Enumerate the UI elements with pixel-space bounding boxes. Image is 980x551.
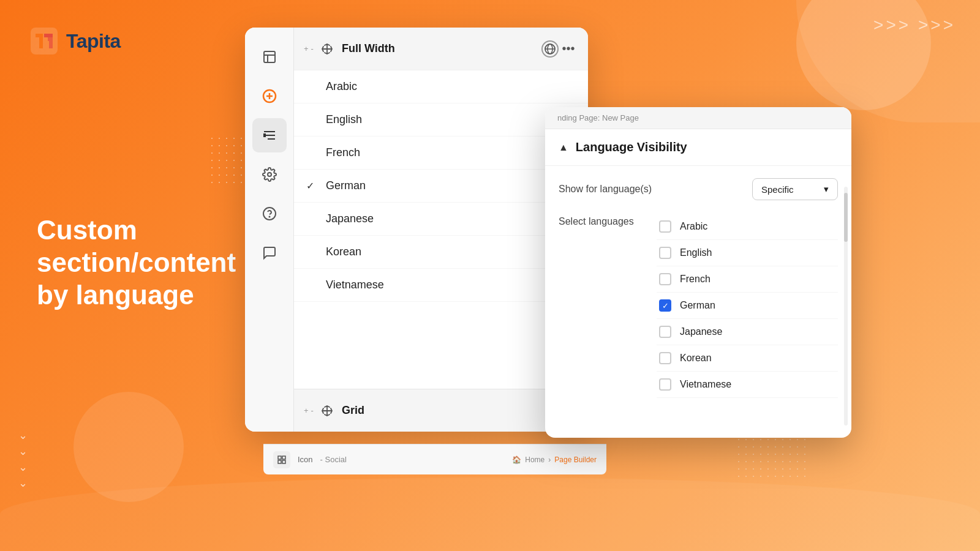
checkbox-label-french: French [680, 274, 710, 285]
checkbox-label-vietnamese: Vietnamese [680, 379, 731, 390]
checkbox-korean[interactable] [659, 352, 671, 364]
tagline-area: Custom section/content by language [37, 214, 257, 311]
svg-rect-20 [278, 456, 281, 459]
logo-icon [31, 28, 58, 54]
select-languages-row: Select languages Arabic English French [559, 214, 838, 398]
chevron-down-icon: ▾ [824, 184, 829, 195]
sidebar [245, 28, 294, 432]
toolbar-social-label: - Social [320, 455, 347, 464]
panel-header: ▲ Language Visibility [545, 129, 851, 166]
svg-rect-21 [282, 456, 285, 459]
logo-area: Tapita [31, 28, 121, 54]
move-icon-fullwidth[interactable] [318, 40, 336, 58]
checkbox-english[interactable] [659, 247, 671, 259]
breadcrumb-separator: › [548, 455, 551, 464]
bottom-toolbar: Icon - Social 🏠 Home › Page Builder [263, 444, 606, 474]
row-controls-fullwidth: + - [304, 44, 314, 53]
lang-item-japanese[interactable]: Japanese [294, 203, 588, 236]
home-crumb: Home [525, 455, 545, 464]
checkbox-label-english: English [680, 247, 712, 258]
checkbox-item-french[interactable]: French [657, 266, 838, 293]
tagline-text: Custom section/content by language [37, 214, 257, 311]
checkbox-item-korean[interactable]: Korean [657, 345, 838, 372]
select-languages-label: Select languages [559, 214, 644, 227]
specific-value: Specific [761, 184, 794, 195]
lang-name-vietnamese: Vietnamese [326, 279, 384, 291]
svg-rect-1 [264, 51, 275, 62]
lang-item-korean[interactable]: Korean [294, 236, 588, 269]
lang-name-korean: Korean [326, 246, 361, 258]
sidebar-item-settings[interactable] [252, 157, 287, 192]
bg-blob-bottom [74, 392, 184, 502]
lang-name-english: English [326, 113, 362, 126]
panel-breadcrumb: nding Page: New Page [545, 107, 851, 129]
lang-name-arabic: Arabic [326, 80, 357, 93]
globe-icon-fullwidth[interactable] [541, 40, 559, 58]
lang-visibility-panel: nding Page: New Page ▲ Language Visibili… [545, 107, 851, 438]
checkbox-german[interactable]: ✓ [659, 299, 671, 312]
checkbox-label-japanese: Japanese [680, 326, 722, 337]
dash-control-grid[interactable]: - [311, 406, 314, 415]
page-builder-crumb: Page Builder [554, 455, 597, 464]
move-icon-grid[interactable] [318, 402, 336, 419]
grid-title: Grid [342, 404, 561, 417]
checkbox-item-arabic[interactable]: Arabic [657, 214, 838, 240]
specific-select-dropdown[interactable]: Specific ▾ [752, 178, 838, 200]
sidebar-item-layout[interactable] [252, 40, 287, 74]
editor-panel: + - Full Width ••• [245, 28, 588, 432]
check-german: ✓ [306, 180, 318, 192]
collapse-button[interactable]: ▲ [559, 142, 568, 153]
checkbox-arabic[interactable] [659, 220, 671, 233]
checkbox-item-english[interactable]: English [657, 240, 838, 266]
lang-item-english[interactable]: English [294, 103, 588, 137]
full-width-section-row: + - Full Width ••• [294, 28, 588, 70]
scrollbar-thumb[interactable] [844, 193, 848, 242]
add-control[interactable]: + [304, 44, 309, 53]
home-icon: 🏠 [512, 455, 521, 464]
panel-title: Language Visibility [576, 140, 687, 154]
toolbar-icon-label: Icon [298, 455, 313, 464]
sidebar-item-add[interactable] [252, 79, 287, 113]
svg-rect-23 [282, 460, 285, 463]
logo-text: Tapita [66, 30, 121, 53]
grid-section-row: + - Grid [294, 389, 588, 432]
checkbox-french[interactable] [659, 273, 671, 285]
svg-point-11 [268, 173, 271, 176]
svg-rect-10 [264, 134, 265, 137]
svg-rect-0 [31, 28, 58, 54]
row-controls-grid: + - [304, 406, 314, 415]
scrollbar[interactable] [844, 187, 848, 425]
sidebar-item-hierarchy[interactable] [252, 118, 287, 152]
checkbox-label-german: German [680, 300, 715, 311]
full-width-title: Full Width [342, 42, 541, 55]
show-for-label: Show for language(s) [559, 184, 652, 195]
lang-name-german: German [326, 179, 366, 192]
lang-item-vietnamese[interactable]: Vietnamese [294, 269, 588, 302]
checkbox-item-german[interactable]: ✓ German [657, 293, 838, 319]
checkbox-label-arabic: Arabic [680, 221, 707, 232]
toolbar-breadcrumb: 🏠 Home › Page Builder [512, 455, 597, 464]
lang-item-arabic[interactable]: Arabic [294, 70, 588, 103]
checkbox-item-vietnamese[interactable]: Vietnamese [657, 372, 838, 398]
bg-arrows-decoration: >>> >>> [873, 15, 956, 35]
language-list: Arabic English French ✓ German Japanese [294, 70, 588, 389]
checkbox-vietnamese[interactable] [659, 378, 671, 391]
add-control-grid[interactable]: + [304, 406, 309, 415]
panel-body: Show for language(s) Specific ▾ Select l… [545, 166, 851, 398]
lang-item-french[interactable]: French [294, 137, 588, 170]
language-checkboxes: Arabic English French ✓ German [657, 214, 838, 398]
lang-name-french: French [326, 146, 360, 159]
dash-control[interactable]: - [311, 44, 314, 53]
checkbox-item-japanese[interactable]: Japanese [657, 319, 838, 345]
checkbox-label-korean: Korean [680, 353, 712, 364]
bg-chevrons: ⌄ ⌄ ⌄ ⌄ [18, 429, 28, 490]
lang-name-japanese: Japanese [326, 212, 374, 225]
more-button-fullwidth[interactable]: ••• [559, 39, 578, 59]
sidebar-item-chat[interactable] [252, 236, 287, 270]
checkbox-japanese[interactable] [659, 326, 671, 338]
show-for-language-row: Show for language(s) Specific ▾ [559, 178, 838, 200]
editor-main: + - Full Width ••• [294, 28, 588, 432]
lang-item-german[interactable]: ✓ German [294, 170, 588, 203]
sidebar-item-help[interactable] [252, 197, 287, 231]
toolbar-icon-btn[interactable] [273, 451, 290, 468]
